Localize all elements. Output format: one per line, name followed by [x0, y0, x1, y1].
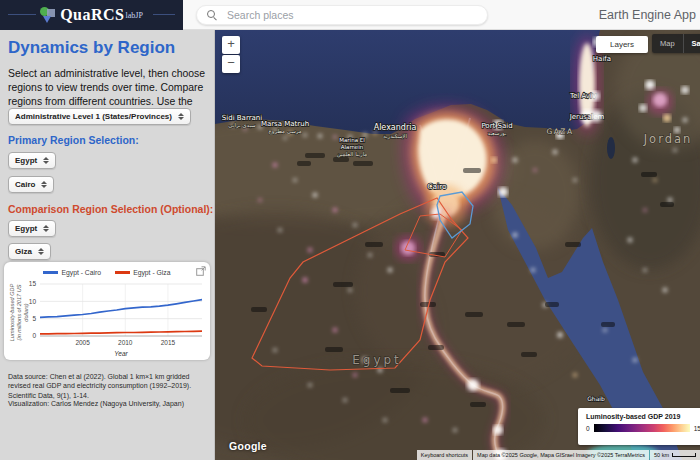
zoom-in-button[interactable]: + [222, 36, 240, 54]
map-sublabel-marina: مارينا العلمين [337, 151, 368, 158]
earth-engine-apps-label: Earth Engine App [599, 8, 696, 22]
map-label-port-said: Port Said [481, 122, 512, 130]
search-placeholder: Search places [227, 9, 294, 21]
map-legend-title: Luminosity-based GDP 2019 [586, 413, 700, 420]
satellite-imagery: Sidi Barrani Marsa Matruh Marina El Alam… [215, 30, 700, 460]
datasource-note: Data source: Chen et al (2022). Global 1… [8, 372, 208, 400]
select-stepper-icon [178, 113, 184, 120]
quarcs-logo[interactable]: QuaRCS labJP [0, 0, 183, 30]
svg-text:2005: 2005 [75, 339, 90, 346]
scale-bar-line [672, 453, 696, 457]
logo-decor-line [153, 14, 175, 15]
chart-x-axis-title: Year [40, 350, 202, 357]
admin-level-select[interactable]: Administrative Level 1 (States/Provinces… [8, 108, 191, 125]
svg-text:0: 0 [32, 332, 36, 339]
select-stepper-icon [38, 248, 44, 255]
chart-plot-area: 200520102015051015 [4, 262, 210, 360]
map-legend-max: 15 [694, 425, 700, 432]
map-sublabel-port-said: بورسعيد [488, 130, 507, 137]
primary-region-select[interactable]: Cairo [8, 176, 54, 193]
logo-title: QuaRCS [60, 6, 124, 24]
map-label-ghaib: Ghaib [587, 395, 605, 402]
top-header: QuaRCS labJP Search places Earth Engine … [0, 0, 700, 30]
primary-country-select[interactable]: Egypt [8, 152, 56, 169]
primary-region-label: Primary Region Selection: [8, 134, 139, 146]
map-label-haifa: Haifa [593, 55, 611, 63]
google-logo[interactable]: Google [229, 440, 267, 452]
earth-engine-app: QuaRCS labJP Search places Earth Engine … [0, 0, 700, 460]
zoom-out-button[interactable]: − [222, 55, 240, 73]
search-icon [207, 10, 217, 20]
map-label-cairo: Cairo [427, 182, 447, 191]
map-type-satellite-button[interactable]: Satellite [684, 34, 700, 53]
map-legend-min: 0 [586, 425, 590, 432]
map-data-attribution: Map data ©2025 Google, Mapa GISrael Imag… [473, 450, 649, 460]
map-label-jordan: Jordan [643, 132, 693, 146]
select-stepper-icon [43, 225, 49, 232]
map-sublabel-marsa-matruh: مرسى مطروح [268, 128, 302, 135]
chart-y-axis-title: Luminosity-based GDP (in millions of 201… [9, 283, 30, 341]
comparison-country-select[interactable]: Egypt [8, 220, 56, 237]
select-stepper-icon [41, 181, 47, 188]
svg-text:2010: 2010 [118, 339, 133, 346]
svg-text:15: 15 [29, 280, 37, 287]
logo-subtitle: labJP [126, 11, 143, 20]
gdp-trend-chart[interactable]: Egypt - Cairo Egypt - Giza 2005201020150… [4, 262, 210, 360]
map-label-alexandria: Alexandria [374, 123, 417, 132]
comparison-region-select[interactable]: Giza [8, 243, 51, 260]
map-label-marina-2: Alamein [341, 144, 364, 150]
logo-decor-line [8, 14, 36, 15]
control-panel: Dynamics by Region Select an administrat… [0, 30, 215, 460]
visualization-credit: Visualization: Carlos Mendez (Nagoya Uni… [8, 399, 208, 408]
map-label-marsa-matruh: Marsa Matruh [261, 120, 309, 128]
map-type-map-button[interactable]: Map [652, 34, 684, 53]
map-sublabel-alexandria: الإسكندرية [383, 133, 407, 140]
dead-sea [607, 137, 615, 159]
map-legend-gradient [594, 424, 690, 432]
svg-text:10: 10 [29, 298, 37, 305]
map-sublabel-sidi-barrani: سيدي براني [228, 122, 256, 129]
select-stepper-icon [43, 157, 49, 164]
map-scale: 50 km [650, 450, 700, 460]
page-title: Dynamics by Region [8, 38, 175, 58]
map-legend: Luminosity-based GDP 2019 0 15 [578, 408, 700, 445]
map-label-marina: Marina El [339, 137, 365, 143]
keyboard-shortcuts-link[interactable]: Keyboard shortcuts [417, 450, 472, 460]
map-type-control: Map Satellite [652, 34, 700, 53]
svg-text:5: 5 [32, 315, 36, 322]
layers-button[interactable]: Layers [596, 36, 648, 53]
map-canvas[interactable]: Sidi Barrani Marsa Matruh Marina El Alam… [215, 30, 700, 460]
map-label-egypt: Egypt [352, 353, 402, 367]
comparison-region-label: Comparison Region Selection (Optional): [8, 203, 213, 215]
search-input[interactable]: Search places [196, 5, 488, 25]
map-attribution: Keyboard shortcuts Map data ©2025 Google… [417, 450, 700, 460]
map-label-gaza: GAZA [546, 127, 573, 136]
svg-text:2015: 2015 [161, 339, 176, 346]
quarcs-logo-icon [40, 6, 56, 24]
map-label-sidi-barrani: Sidi Barrani [222, 114, 262, 122]
